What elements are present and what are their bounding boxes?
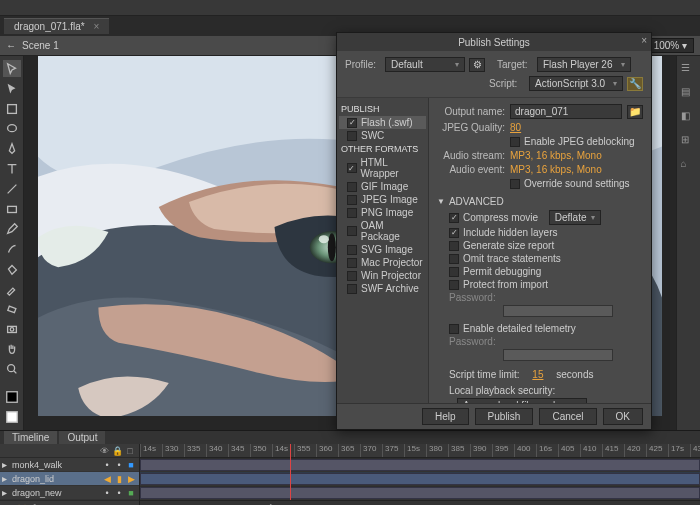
omit-trace-checkbox[interactable]: Omit trace statements	[449, 253, 643, 264]
ruler-tick[interactable]: 16s	[536, 444, 552, 457]
jpeg-quality-value[interactable]: 80	[510, 122, 521, 133]
advanced-section-toggle[interactable]: ▼ADVANCED	[437, 196, 643, 207]
ruler-tick[interactable]: 335	[184, 444, 200, 457]
close-tab-icon[interactable]: ×	[93, 21, 99, 32]
audio-event-value[interactable]: MP3, 16 kbps, Mono	[510, 164, 602, 175]
checkbox-icon[interactable]	[347, 245, 357, 255]
size-report-checkbox[interactable]: Generate size report	[449, 240, 643, 251]
hand-tool[interactable]	[3, 340, 21, 357]
subselect-tool[interactable]	[3, 80, 21, 97]
output-tab[interactable]: Output	[59, 431, 105, 444]
audio-stream-value[interactable]: MP3, 16 kbps, Mono	[510, 150, 602, 161]
eraser-tool[interactable]	[3, 300, 21, 317]
camera-tool[interactable]	[3, 320, 21, 337]
frame-row[interactable]	[140, 472, 700, 486]
ruler-tick[interactable]: 365	[338, 444, 354, 457]
publish-button[interactable]: Publish	[475, 408, 534, 425]
ruler-tick[interactable]: 395	[492, 444, 508, 457]
profile-dropdown[interactable]: Default▾	[385, 57, 465, 72]
format-png[interactable]: PNG Image	[339, 206, 426, 219]
override-sound-checkbox[interactable]: Override sound settings	[510, 178, 630, 189]
text-tool[interactable]	[3, 160, 21, 177]
telemetry-checkbox[interactable]: Enable detailed telemetry	[449, 323, 643, 334]
script-dropdown[interactable]: ActionScript 3.0▾	[529, 76, 623, 91]
stroke-color[interactable]	[3, 389, 21, 406]
pencil-tool[interactable]	[3, 220, 21, 237]
profile-options-icon[interactable]: ⚙	[469, 58, 485, 72]
ruler-tick[interactable]: 17s	[668, 444, 684, 457]
format-win[interactable]: Win Projector	[339, 269, 426, 282]
ruler-tick[interactable]: 390	[470, 444, 486, 457]
checkbox-icon[interactable]	[347, 195, 357, 205]
target-dropdown[interactable]: Flash Player 26▾	[537, 57, 631, 72]
checkbox-icon[interactable]	[347, 271, 357, 281]
lasso-tool[interactable]	[3, 120, 21, 137]
permit-debug-checkbox[interactable]: Permit debugging	[449, 266, 643, 277]
protect-import-checkbox[interactable]: Protect from import	[449, 279, 643, 290]
visibility-header-icon[interactable]: 👁	[99, 446, 109, 456]
checkbox-icon[interactable]	[347, 131, 357, 141]
script-time-value[interactable]: 15	[532, 369, 543, 380]
library-panel-icon[interactable]: ▤	[681, 86, 697, 102]
format-jpeg[interactable]: JPEG Image	[339, 193, 426, 206]
eyedropper-tool[interactable]	[3, 280, 21, 297]
checkbox-icon[interactable]	[347, 284, 357, 294]
close-icon[interactable]: ×	[641, 35, 647, 46]
ruler-tick[interactable]: 350	[250, 444, 266, 457]
format-flash[interactable]: Flash (.swf)	[339, 116, 426, 129]
ruler-tick[interactable]: 380	[426, 444, 442, 457]
color-panel-icon[interactable]: ◧	[681, 110, 697, 126]
format-svg[interactable]: SVG Image	[339, 243, 426, 256]
checkbox-icon[interactable]	[347, 118, 357, 128]
output-name-input[interactable]: dragon_071	[510, 104, 622, 119]
ruler-tick[interactable]: 14s	[272, 444, 288, 457]
ruler-tick[interactable]: 385	[448, 444, 464, 457]
frame-row[interactable]	[140, 458, 700, 472]
document-tab[interactable]: dragon_071.fla* ×	[4, 18, 109, 34]
playhead[interactable]	[290, 444, 291, 505]
browse-folder-icon[interactable]: 📁	[627, 105, 643, 119]
checkbox-icon[interactable]	[347, 163, 357, 173]
ruler-tick[interactable]: 330	[162, 444, 178, 457]
back-icon[interactable]: ←	[6, 40, 16, 51]
checkbox-icon[interactable]	[347, 226, 357, 236]
free-transform-tool[interactable]	[3, 100, 21, 117]
format-swfarc[interactable]: SWF Archive	[339, 282, 426, 295]
line-tool[interactable]	[3, 180, 21, 197]
zoom-dropdown[interactable]: 100% ▾	[647, 38, 694, 53]
frame-row[interactable]	[140, 486, 700, 500]
cancel-button[interactable]: Cancel	[539, 408, 596, 425]
lock-header-icon[interactable]: 🔒	[112, 446, 122, 456]
ruler-tick[interactable]: 425	[646, 444, 662, 457]
brush-tool[interactable]	[3, 240, 21, 257]
outline-header-icon[interactable]: □	[125, 446, 135, 456]
frames-area[interactable]: 14s33033534034535014s35536036537037515s3…	[140, 444, 700, 505]
checkbox-icon[interactable]	[347, 208, 357, 218]
format-swc[interactable]: SWC	[339, 129, 426, 142]
layer-row[interactable]: ▸dragon_lid◀▮▶	[0, 472, 139, 486]
format-oam[interactable]: OAM Package	[339, 219, 426, 243]
pen-tool[interactable]	[3, 140, 21, 157]
rectangle-tool[interactable]	[3, 200, 21, 217]
script-settings-icon[interactable]: 🔧	[627, 77, 643, 91]
zoom-tool[interactable]	[3, 360, 21, 377]
ruler-tick[interactable]: 415	[602, 444, 618, 457]
frame-ruler[interactable]: 14s33033534034535014s35536036537037515s3…	[140, 444, 700, 458]
ok-button[interactable]: OK	[603, 408, 643, 425]
format-mac[interactable]: Mac Projector	[339, 256, 426, 269]
compress-movie-checkbox[interactable]: Compress movie Deflate▾	[449, 210, 643, 225]
layer-row[interactable]: ▸monk4_walk••■	[0, 458, 139, 472]
checkbox-icon[interactable]	[347, 258, 357, 268]
scene-name[interactable]: Scene 1	[22, 40, 59, 51]
fill-color[interactable]	[3, 409, 21, 426]
ruler-tick[interactable]: 375	[382, 444, 398, 457]
align-panel-icon[interactable]: ⊞	[681, 134, 697, 150]
paint-bucket-tool[interactable]	[3, 260, 21, 277]
ruler-tick[interactable]: 360	[316, 444, 332, 457]
format-html[interactable]: HTML Wrapper	[339, 156, 426, 180]
timeline-tab[interactable]: Timeline	[4, 431, 57, 444]
ruler-tick[interactable]: 14s	[140, 444, 156, 457]
compress-dropdown[interactable]: Deflate▾	[549, 210, 601, 225]
layer-row[interactable]: ▸dragon_new••■	[0, 486, 139, 500]
enable-deblocking-checkbox[interactable]: Enable JPEG deblocking	[510, 136, 635, 147]
